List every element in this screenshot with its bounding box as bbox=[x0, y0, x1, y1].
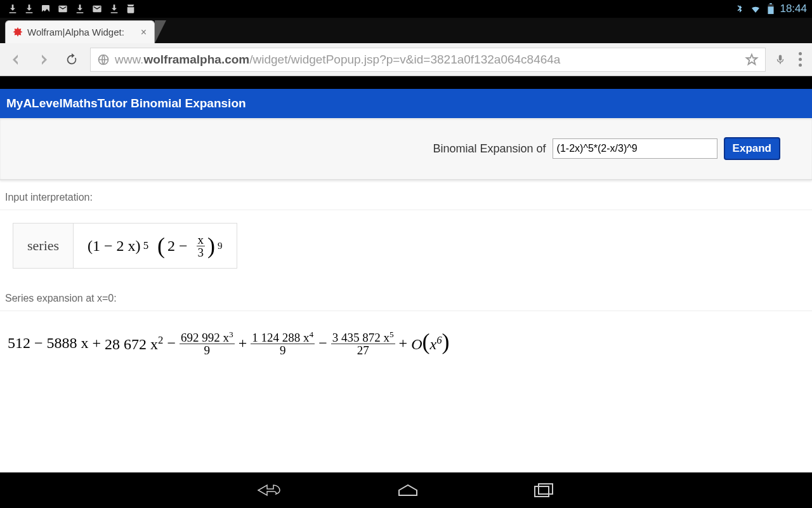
url-host: wolframalpha.com bbox=[143, 53, 249, 67]
series-expansion: 512 − 5888 x + 28 672 x2 − 692 992 x3 9 … bbox=[0, 311, 812, 375]
s-t4d: 9 bbox=[278, 344, 287, 356]
m-frac-den: 3 bbox=[197, 246, 206, 258]
wifi-icon bbox=[749, 4, 762, 14]
interp-math: (1 − 2 x)5 ( 2 − x 3 )9 bbox=[74, 225, 236, 267]
download-icon bbox=[8, 4, 18, 14]
s-t0: 512 bbox=[8, 335, 30, 352]
status-right-icons: 18:44 bbox=[735, 3, 807, 15]
s-bigOe: 6 bbox=[436, 334, 442, 346]
s-t4n: 1 124 288 x bbox=[252, 331, 309, 344]
menu-button[interactable] bbox=[795, 52, 806, 67]
globe-icon bbox=[97, 53, 110, 66]
home-nav-icon[interactable] bbox=[396, 481, 419, 499]
back-nav-icon[interactable] bbox=[257, 481, 282, 499]
new-tab-fold[interactable] bbox=[155, 20, 166, 43]
m-exp2: 9 bbox=[218, 241, 223, 251]
gmail-icon bbox=[91, 4, 103, 14]
s-t2: 28 672 x bbox=[105, 336, 158, 352]
expression-input[interactable] bbox=[553, 138, 717, 159]
download-icon bbox=[75, 4, 85, 14]
interp-left-label: series bbox=[13, 224, 74, 268]
wolfram-icon bbox=[12, 27, 23, 38]
query-row: Binomial Expansion of Expand bbox=[0, 118, 812, 180]
svg-rect-4 bbox=[535, 486, 549, 497]
download-icon bbox=[24, 4, 34, 14]
s-t5e: 5 bbox=[390, 330, 394, 339]
section-series: Series expansion at x=0: bbox=[0, 281, 812, 311]
m-frac-num: x bbox=[197, 234, 206, 246]
url-pre: www. bbox=[115, 53, 143, 67]
s-t5d: 27 bbox=[356, 344, 370, 356]
reload-button[interactable] bbox=[62, 50, 81, 69]
recent-nav-icon[interactable] bbox=[534, 482, 555, 498]
close-icon[interactable]: × bbox=[141, 27, 147, 38]
m-exp1: 5 bbox=[143, 239, 148, 252]
play-store-icon bbox=[126, 4, 136, 14]
browser-tab[interactable]: Wolfram|Alpha Widget: × bbox=[5, 20, 155, 43]
query-label: Binomial Expansion of bbox=[433, 142, 546, 156]
back-button[interactable] bbox=[6, 50, 25, 69]
url-field[interactable]: www. wolframalpha.com /widget/widgetPopu… bbox=[90, 48, 766, 72]
s-bigOx: x bbox=[429, 336, 436, 352]
m-base1: (1 − 2 x) bbox=[88, 237, 141, 255]
s-t3e: 3 bbox=[229, 330, 233, 339]
input-interpretation-box: series (1 − 2 x)5 ( 2 − x 3 )9 bbox=[0, 210, 812, 281]
url-bar-row: www. wolframalpha.com /widget/widgetPopu… bbox=[0, 43, 812, 76]
s-f3: 692 992 x3 9 bbox=[180, 330, 235, 356]
expand-button[interactable]: Expand bbox=[724, 137, 780, 160]
s-t4e: 4 bbox=[309, 330, 313, 339]
tab-title: Wolfram|Alpha Widget: bbox=[27, 27, 124, 37]
section-input-interpretation: Input interpretation: bbox=[0, 180, 812, 210]
url-path: /widget/widgetPopup.jsp?p=v&id=3821a0f13… bbox=[249, 53, 560, 67]
s-t3n: 692 992 x bbox=[181, 331, 229, 344]
m-frac: x 3 bbox=[197, 234, 206, 258]
s-op4: + bbox=[239, 335, 247, 352]
bluetooth-icon bbox=[735, 4, 744, 14]
svg-rect-2 bbox=[770, 3, 773, 4]
s-t5n: 3 435 872 x bbox=[332, 331, 390, 344]
star-icon[interactable] bbox=[745, 53, 759, 67]
status-left-icons bbox=[5, 4, 136, 14]
s-f4: 1 124 288 x4 9 bbox=[251, 330, 315, 356]
page-content: MyALevelMathsTutor Binomial Expansion Bi… bbox=[0, 89, 812, 472]
image-icon bbox=[41, 4, 51, 14]
svg-rect-5 bbox=[539, 484, 553, 494]
s-op6: + bbox=[399, 335, 408, 352]
microphone-icon[interactable] bbox=[775, 52, 786, 67]
download-icon bbox=[109, 4, 119, 14]
s-op1: − bbox=[34, 335, 43, 352]
forward-button[interactable] bbox=[34, 50, 53, 69]
s-t2e: 2 bbox=[158, 334, 163, 346]
s-t3d: 9 bbox=[203, 344, 212, 356]
widget-title: MyALevelMathsTutor Binomial Expansion bbox=[0, 89, 812, 118]
svg-rect-1 bbox=[768, 6, 774, 14]
battery-icon bbox=[767, 3, 775, 15]
s-op3: − bbox=[167, 335, 176, 352]
s-f5: 3 435 872 x5 27 bbox=[331, 330, 395, 356]
s-op5: − bbox=[318, 335, 327, 352]
gmail-icon bbox=[57, 4, 69, 14]
android-status-bar: 18:44 bbox=[0, 0, 812, 18]
interp-box: series (1 − 2 x)5 ( 2 − x 3 )9 bbox=[13, 223, 237, 269]
tab-row: Wolfram|Alpha Widget: × bbox=[0, 18, 812, 43]
s-op2: + bbox=[93, 335, 102, 352]
browser-chrome: Wolfram|Alpha Widget: × www. wolframalph… bbox=[0, 18, 812, 76]
s-bigO: O bbox=[411, 336, 422, 352]
m-left: 2 − bbox=[167, 237, 188, 255]
android-nav-bar bbox=[0, 472, 812, 508]
status-time: 18:44 bbox=[780, 3, 807, 15]
s-t1: 5888 x bbox=[47, 335, 89, 352]
